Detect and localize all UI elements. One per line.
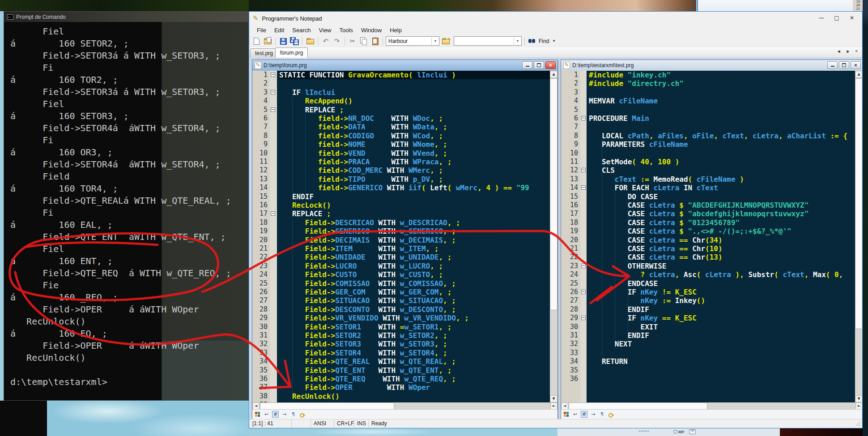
- code-line[interactable]: PROCEDURE Main: [589, 114, 855, 123]
- code-line[interactable]: field->PRACA WITH WPraca, ;: [279, 158, 550, 166]
- child-close-button[interactable]: ×: [851, 61, 861, 69]
- code-line[interactable]: [589, 349, 855, 357]
- paragraph-marks-icon[interactable]: ¶: [290, 411, 297, 418]
- code-line[interactable]: Field->QTE_REQ WITH w_QTE_REQ, ;: [279, 375, 550, 383]
- forum-titlebar[interactable]: ✎ D:\temp\forum.prg ×: [252, 60, 557, 71]
- hscroll-thumb[interactable]: [569, 402, 707, 410]
- code-line[interactable]: Field->COMISSAO WITH w_COMISSAO, ;: [279, 279, 550, 288]
- scroll-right-arrow[interactable]: ►: [550, 402, 557, 410]
- code-line[interactable]: CASE cLetra $ "ABCDEFGHIJKLMNOPQRSTUVWXY…: [589, 201, 855, 209]
- scroll-down-arrow[interactable]: ▼: [855, 395, 862, 402]
- code-line[interactable]: [589, 88, 855, 97]
- console-body[interactable]: Fiel á 160 SETOR2, ; Field->SETOR3á á WI…: [4, 22, 248, 400]
- tab-forum-prg[interactable]: forum.prg: [275, 47, 308, 58]
- code-line[interactable]: field->TIPO WITH p_DV, ;: [279, 175, 550, 184]
- code-line[interactable]: LOCAL cPath, aFiles, oFile, cText, cLetr…: [589, 132, 855, 140]
- code-line[interactable]: [589, 123, 855, 131]
- paragraph-marks-icon[interactable]: ¶: [599, 411, 605, 418]
- code-line[interactable]: SetMode( 40, 100 ): [589, 158, 855, 166]
- scroll-left-arrow[interactable]: ◄: [252, 402, 260, 410]
- code-line[interactable]: Field->DESCONTO WITH w_DESCONTO, ;: [279, 305, 550, 314]
- tab-scroll-and-close[interactable]: ◄ ► ×: [837, 49, 859, 54]
- scheme-select[interactable]: Harbour▼: [386, 36, 439, 46]
- new-file-button[interactable]: [251, 37, 261, 46]
- copy-button[interactable]: [359, 37, 369, 46]
- code-line[interactable]: [279, 79, 550, 88]
- code-line[interactable]: CASE cLetra $ ".,<># -/()=;:+$&?_%*@'": [589, 227, 855, 235]
- code-line[interactable]: Field->LUCRO WITH w_LUCRO, ;: [279, 262, 550, 270]
- command-prompt-titlebar[interactable]: c: Prompt de Comando: [4, 12, 248, 22]
- fold-toggle[interactable]: [581, 185, 586, 190]
- code-line[interactable]: Field->GENERICO WITH w_GENERICO, ;: [279, 227, 550, 235]
- code-line[interactable]: RecLock(): [279, 201, 550, 209]
- pn-titlebar[interactable]: ✎ Programmer's Notepad — □ ✕: [249, 12, 862, 25]
- fold-toggle[interactable]: [271, 211, 275, 216]
- child-close-button[interactable]: ×: [545, 61, 556, 69]
- code-line[interactable]: [589, 149, 855, 158]
- child-minimize-button[interactable]: [827, 61, 838, 69]
- vscroll-thumb[interactable]: [550, 78, 557, 310]
- code-line[interactable]: ? cLetra, Asc( cLetra ), Substr( cText, …: [589, 270, 855, 279]
- menu-edit[interactable]: Edit: [270, 26, 288, 35]
- fold-toggle[interactable]: [271, 107, 275, 112]
- code-line[interactable]: CASE cLetra == Chr(10): [589, 244, 855, 253]
- open-file-button[interactable]: [263, 37, 272, 46]
- menu-search[interactable]: Search: [288, 26, 315, 35]
- fold-toggle[interactable]: [581, 116, 586, 120]
- close-button[interactable]: ✕: [845, 14, 859, 22]
- code-line[interactable]: Field->DESCRICAO WITH w_DESCRICAO, ;: [279, 218, 550, 227]
- code-line[interactable]: field->NR_DOC WITH WDoc, ;: [279, 114, 550, 123]
- code-line[interactable]: EXIT: [589, 323, 855, 331]
- code-line[interactable]: FOR EACH cLetra IN cText: [589, 184, 855, 192]
- write-protect-key-icon[interactable]: [608, 411, 614, 418]
- cut-button[interactable]: ✂: [348, 37, 357, 46]
- code-line[interactable]: RecAppend(): [279, 97, 550, 105]
- find-button[interactable]: Find: [539, 38, 549, 44]
- minimize-button[interactable]: —: [815, 14, 828, 22]
- whitespace-icon[interactable]: →: [590, 411, 596, 418]
- code-line[interactable]: Field->CUSTO WITH w_CUSTO, ;: [279, 270, 550, 279]
- code-line[interactable]: Field->QTE_REAL WITH w_QTE_REAL, ;: [279, 357, 550, 366]
- menu-help[interactable]: Help: [386, 26, 406, 35]
- code-line[interactable]: CASE cLetra $ "0123456789": [589, 218, 855, 227]
- code-line[interactable]: REPLACE ;: [279, 209, 550, 218]
- undo-button[interactable]: ↶: [321, 37, 331, 46]
- forum-vscrollbar[interactable]: ▲ ▼: [550, 71, 557, 402]
- scroll-left-arrow[interactable]: ◄: [561, 402, 568, 410]
- code-line[interactable]: DO CASE: [589, 192, 855, 201]
- code-line[interactable]: field->COD_MERC WITH WMerc, ;: [279, 166, 550, 175]
- code-line[interactable]: ENDCASE: [589, 279, 855, 288]
- test-vscrollbar[interactable]: ▲ ▼: [855, 71, 862, 402]
- code-line[interactable]: Field->GER_COM WITH w_GER_COM, ;: [279, 288, 550, 296]
- redo-button[interactable]: ↷: [332, 37, 342, 46]
- fold-toggle[interactable]: [581, 316, 586, 320]
- tab-test-prg[interactable]: test.prg: [250, 48, 278, 57]
- resize-grip[interactable]: [856, 422, 860, 426]
- code-line[interactable]: Field->SETOR2 WITH w_SETOR2, ;: [279, 331, 550, 340]
- test-hscrollbar[interactable]: ◄ ►: [561, 402, 862, 410]
- scroll-down-arrow[interactable]: ▼: [550, 395, 557, 402]
- vscroll-thumb[interactable]: [855, 78, 862, 329]
- code-line[interactable]: CASE cLetra $ "abcdefghijklmnopqrstuvwxy…: [589, 209, 855, 218]
- code-line[interactable]: NEXT: [589, 340, 855, 348]
- code-line[interactable]: field->VEND WITH WVend, ;: [279, 149, 550, 158]
- code-line[interactable]: IF lInclui: [279, 88, 550, 97]
- code-line[interactable]: Field->ITEM WITH w_ITEM, ;: [279, 244, 550, 253]
- code-line[interactable]: field->NOME WITH WNome, ;: [279, 140, 550, 149]
- fold-toggle[interactable]: [271, 73, 275, 77]
- write-protect-key-icon[interactable]: [299, 411, 306, 418]
- code-line[interactable]: Field->SITUACAO WITH w_SITUACAO, ;: [279, 296, 550, 305]
- hscroll-thumb[interactable]: [260, 402, 394, 410]
- code-line[interactable]: ENDIF: [589, 305, 855, 314]
- code-line[interactable]: #include "directry.ch": [589, 79, 855, 88]
- code-line[interactable]: REPLACE ;: [279, 106, 550, 114]
- word-wrap-icon[interactable]: ↩: [572, 411, 579, 418]
- scroll-up-arrow[interactable]: ▲: [550, 71, 557, 78]
- close-file-button[interactable]: [305, 37, 315, 46]
- code-line[interactable]: Field->DECIMAIS WITH w_DECIMAIS, ;: [279, 236, 550, 244]
- child-minimize-button[interactable]: [522, 61, 532, 69]
- code-line[interactable]: ENDIF: [589, 331, 855, 340]
- code-line[interactable]: Field->QTE_ENT WITH w_QTE_ENT, ;: [279, 366, 550, 375]
- menu-view[interactable]: View: [315, 26, 336, 35]
- code-line[interactable]: Field->SETOR3 WITH w_SETOR3, ;: [279, 340, 550, 348]
